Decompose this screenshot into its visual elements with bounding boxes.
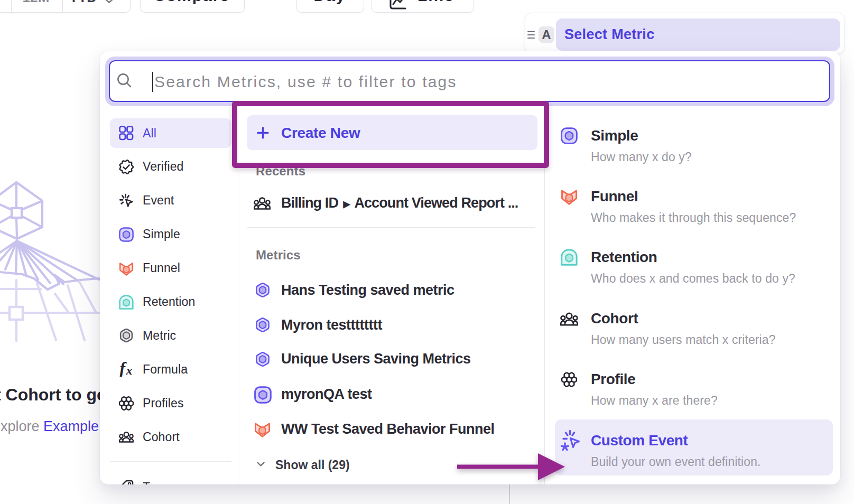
svg-text:x: x: [126, 363, 133, 377]
